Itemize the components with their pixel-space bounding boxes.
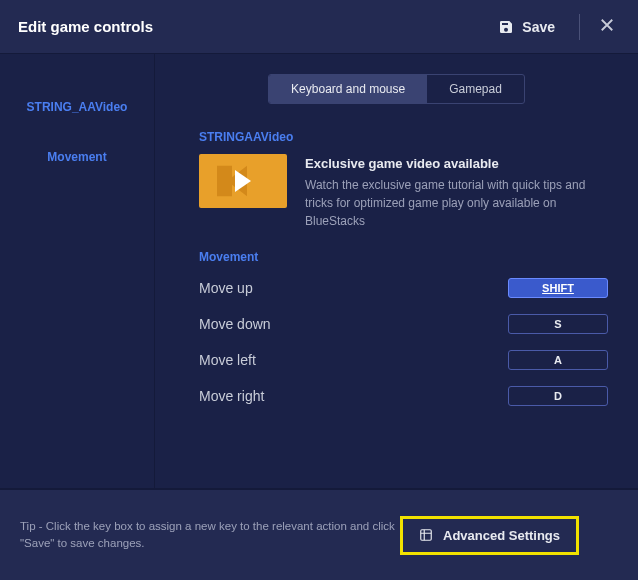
play-icon [235,170,251,192]
save-button[interactable]: Save [488,13,565,41]
tab-keyboard-mouse[interactable]: Keyboard and mouse [269,75,427,103]
video-section-title: STRINGAAVideo [199,130,608,144]
main-panel: Keyboard and mouse Gamepad STRINGAAVideo… [155,54,638,488]
keybind-input-move-left[interactable]: A [508,350,608,370]
keybind-label: Move up [199,280,508,296]
sidebar-item-movement[interactable]: Movement [0,140,154,174]
keybind-label: Move left [199,352,508,368]
keybind-label: Move right [199,388,508,404]
header-divider [579,14,580,40]
movement-section-title: Movement [199,250,608,264]
keybind-input-move-right[interactable]: D [508,386,608,406]
video-body: Watch the exclusive game tutorial with q… [305,176,595,230]
svg-rect-0 [421,530,432,541]
sidebar-item-video[interactable]: STRING_AAVideo [0,90,154,124]
page-title: Edit game controls [18,18,488,35]
advanced-settings-button[interactable]: Advanced Settings [400,516,579,555]
keybind-row-move-down: Move down S [199,314,608,334]
save-button-label: Save [522,19,555,35]
settings-icon [419,528,433,542]
video-heading: Exclusive game video available [305,154,595,174]
footer-tip: Tip - Click the key box to assign a new … [20,518,400,553]
keybind-row-move-up: Move up SHIFT [199,278,608,298]
keybind-input-move-down[interactable]: S [508,314,608,334]
close-button[interactable] [594,12,620,42]
keybind-row-move-left: Move left A [199,350,608,370]
input-mode-tabs: Keyboard and mouse Gamepad [185,74,608,104]
video-description: Exclusive game video available Watch the… [305,154,595,230]
keybind-label: Move down [199,316,508,332]
advanced-settings-label: Advanced Settings [443,528,560,543]
tab-gamepad[interactable]: Gamepad [427,75,524,103]
sidebar: STRING_AAVideo Movement [0,54,155,488]
video-thumbnail[interactable] [199,154,287,208]
video-block: Exclusive game video available Watch the… [199,154,608,230]
footer: Tip - Click the key box to assign a new … [0,488,638,580]
save-icon [498,19,514,35]
keybind-input-move-up[interactable]: SHIFT [508,278,608,298]
titlebar: Edit game controls Save [0,0,638,54]
close-icon [598,16,616,34]
keybind-row-move-right: Move right D [199,386,608,406]
